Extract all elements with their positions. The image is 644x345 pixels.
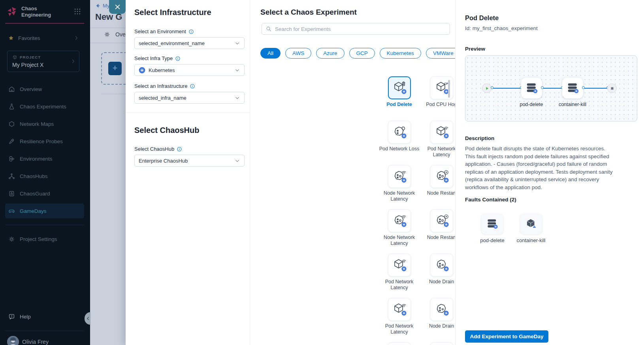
experiment-card-label: Node Drain (429, 323, 454, 329)
close-icon (114, 4, 121, 10)
experiment-card-tile (430, 254, 453, 277)
pipeline-start-node[interactable] (482, 83, 491, 93)
experiment-card[interactable]: Node Network Latency (378, 209, 420, 254)
nav-item-label: Environments (20, 156, 53, 162)
experiment-search[interactable] (262, 23, 450, 35)
search-input[interactable] (275, 26, 450, 32)
experiment-card-tile (388, 342, 411, 345)
experiment-card[interactable]: Node Restart (420, 165, 455, 209)
experiment-card-label: Node Restart (427, 235, 455, 241)
user-profile[interactable]: Olivia Frey (0, 334, 90, 345)
add-experiment-to-gameday-button[interactable]: Add Experiment to GameDay (465, 330, 548, 343)
nav-item-icon (8, 190, 15, 197)
sidebar-nav: Overview Chaos Experiments Network Maps … (0, 80, 90, 220)
filter-pill[interactable]: All (260, 48, 281, 59)
fault-icon (524, 217, 538, 231)
filter-pill[interactable]: Kubernetes (380, 48, 421, 59)
filter-pill[interactable]: AWS (285, 48, 311, 59)
sidebar-nav-item[interactable]: Environments (0, 150, 90, 167)
sidebar-nav-item[interactable]: GameDays (0, 202, 90, 220)
experiment-card-tile (388, 254, 411, 277)
project-selector[interactable]: PROJECT My Project X (7, 51, 79, 72)
infrastructure-dropdown[interactable]: selected_infra_name (134, 92, 245, 104)
fault-item[interactable]: pod-delete (481, 214, 503, 234)
scrollbar-thumb[interactable] (448, 80, 450, 98)
select-experiment-panel: Select a Chaos Experiment AllAWSAzureGCP… (250, 0, 455, 345)
experiment-card[interactable]: Pod Network Latency (378, 298, 420, 342)
sidebar-nav-item[interactable]: Overview (0, 80, 90, 98)
filter-pill[interactable]: Azure (316, 48, 344, 59)
experiment-icon (391, 212, 408, 229)
module-switcher-icon[interactable] (73, 8, 81, 15)
sidebar-nav-item[interactable]: Resilience Probes (0, 133, 90, 150)
experiment-card[interactable] (420, 342, 455, 345)
detail-title: Pod Delete (465, 14, 499, 22)
sidebar-item-favorites[interactable]: Favorites (0, 32, 90, 44)
filter-pill[interactable]: VMWare (426, 48, 455, 59)
sidebar-nav-item[interactable]: Network Maps (0, 115, 90, 133)
cube-icon (12, 55, 17, 60)
app-window: Chaos Engineering Favorites PROJECT My P… (0, 0, 644, 345)
close-modal-button[interactable] (109, 0, 126, 14)
faults-contained-label: Faults Contained (2) (465, 197, 516, 203)
pipeline-end-node[interactable] (607, 83, 617, 93)
app-title: Chaos Engineering (21, 6, 66, 19)
experiment-card[interactable]: Node Drain (420, 298, 455, 342)
pipeline-node-pod-delete[interactable] (521, 78, 542, 99)
experiments-heading: Select a Chaos Experiment (260, 8, 357, 17)
sidebar-nav-item[interactable]: ChaosGuard (0, 185, 90, 202)
fault-tile (481, 214, 503, 234)
faults-list: pod-delete container-kill (481, 214, 542, 234)
gameday-experiment-modal: Select Infrastructure Select an Environm… (126, 0, 644, 345)
chevron-left-icon (86, 316, 90, 321)
container-kill-fault-icon (566, 81, 580, 95)
star-icon (8, 35, 14, 41)
info-icon[interactable] (188, 29, 194, 34)
environment-dropdown[interactable]: selected_environment_name (134, 37, 245, 49)
experiment-card-tile (430, 298, 453, 321)
pipeline-node-container-kill[interactable] (562, 78, 583, 99)
experiment-card[interactable]: Pod Network Latency (378, 254, 420, 298)
experiment-icon (433, 123, 450, 141)
sidebar-nav-item[interactable]: Chaos Experiments (0, 98, 90, 115)
infra-type-dropdown[interactable]: Kubernetes (134, 64, 245, 76)
sidebar-item-project-settings[interactable]: Project Settings (0, 230, 90, 248)
info-icon[interactable] (175, 56, 181, 61)
experiment-card[interactable]: Node Drain (420, 254, 455, 298)
experiment-card-tile (430, 121, 453, 144)
pipeline-node-label: container-kill (559, 102, 586, 107)
fault-label: container-kill (517, 237, 546, 243)
info-icon[interactable] (190, 83, 195, 89)
nav-item-icon (8, 138, 15, 145)
avatar (7, 336, 19, 345)
experiment-card[interactable]: Pod Network Latency (420, 121, 455, 165)
fault-icon (486, 217, 499, 231)
nav-item-icon (8, 207, 15, 215)
brand-divider (5, 23, 84, 24)
filter-pill[interactable]: GCP (349, 48, 375, 59)
fault-item[interactable]: container-kill (520, 214, 542, 234)
experiment-card[interactable]: Node Restart (420, 209, 455, 254)
experiment-card-tile (388, 298, 411, 321)
experiment-card-label: Node Restart (427, 190, 455, 196)
experiment-icon (433, 256, 450, 274)
chevron-right-icon (70, 59, 76, 64)
experiment-card[interactable]: Node Network Latency (378, 165, 420, 209)
sidebar-nav-item[interactable]: ChaosHubs (0, 167, 90, 185)
infra-type-label: Select Infra Type (134, 55, 181, 61)
select-infrastructure-panel: Select Infrastructure Select an Environm… (126, 0, 250, 345)
info-icon[interactable] (177, 146, 182, 152)
experiment-card[interactable]: Pod Delete (378, 76, 420, 121)
experiment-card[interactable]: Pod Network Loss (378, 121, 420, 165)
chevron-down-icon (234, 95, 240, 101)
experiment-icon (391, 256, 408, 274)
experiment-card[interactable] (378, 342, 420, 345)
experiment-card-label: Pod Delete (386, 102, 412, 108)
experiment-card-label: Node Network Latency (379, 235, 420, 246)
sidebar-item-help[interactable]: Help (0, 308, 90, 325)
nav-item-label: ChaosHubs (20, 173, 48, 179)
app-logo-block[interactable]: Chaos Engineering (6, 6, 66, 19)
sidebar: Chaos Engineering Favorites PROJECT My P… (0, 0, 90, 345)
chaoshub-dropdown[interactable]: Enterprise ChaosHub (134, 155, 245, 167)
experiment-card-label: Node Network Latency (379, 190, 420, 202)
